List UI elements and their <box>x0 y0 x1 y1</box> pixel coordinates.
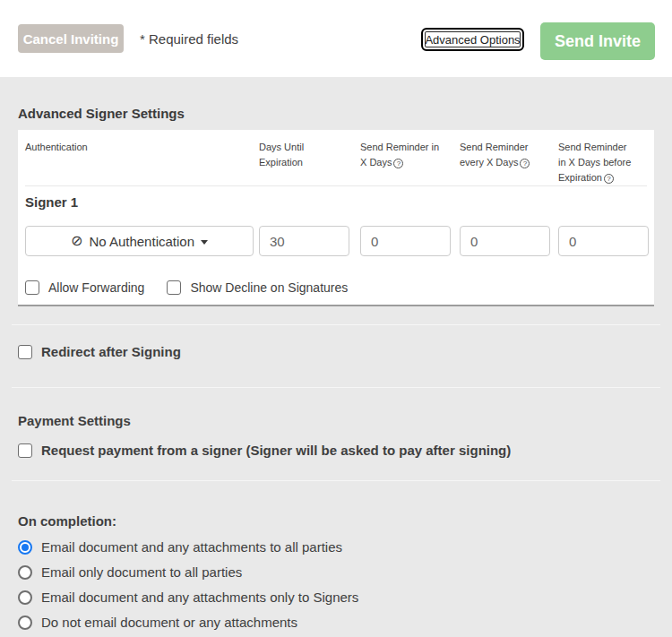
signer-1-options-row: Allow Forwarding Show Decline on Signatu… <box>25 280 647 295</box>
authentication-dropdown[interactable]: ⊘ No Authentication <box>25 226 254 256</box>
advanced-signer-settings-panel: Authentication Days Until Expiration Sen… <box>18 130 654 306</box>
chevron-down-icon <box>201 240 208 245</box>
advanced-signer-settings-title: Advanced Signer Settings <box>18 106 654 121</box>
column-header-days-until-expiration: Days Until Expiration <box>259 140 360 185</box>
radio-label: Email only document to all parties <box>41 564 242 580</box>
info-icon[interactable]: ? <box>604 174 614 184</box>
column-header-send-reminder-before-expiration: Send Reminder in X Days before Expiratio… <box>558 140 647 185</box>
radio-email-doc-attachments-all-parties[interactable] <box>18 540 32 555</box>
column-header-send-reminder-every-x-days: Send Reminder every X Days? <box>460 140 558 185</box>
completion-option-email-signers-only: Email document and any attachments only … <box>18 590 654 605</box>
completion-option-no-email: Do not email document or any attachments <box>18 615 654 630</box>
cancel-inviting-button[interactable]: Cancel Inviting <box>18 24 124 53</box>
show-decline-label: Show Decline on Signatures <box>190 280 348 295</box>
days-until-expiration-input[interactable] <box>259 226 349 256</box>
radio-email-doc-attachments-signers-only[interactable] <box>18 590 32 605</box>
info-icon[interactable]: ? <box>520 159 530 168</box>
radio-label: Email document and any attachments to al… <box>41 539 342 555</box>
show-decline-option: Show Decline on Signatures <box>167 280 348 295</box>
column-header-authentication: Authentication <box>25 140 259 185</box>
on-completion-title: On completion: <box>18 513 654 529</box>
section-divider <box>12 480 660 481</box>
completion-option-email-all: Email document and any attachments to al… <box>18 539 654 555</box>
send-reminder-every-x-days-input[interactable] <box>460 226 550 256</box>
completion-option-email-doc-only: Email only document to all parties <box>18 564 654 580</box>
allow-forwarding-option: Allow Forwarding <box>25 280 144 295</box>
request-payment-checkbox[interactable] <box>18 443 32 458</box>
radio-label: Do not email document or any attachments <box>41 615 297 630</box>
send-reminder-before-expiration-input[interactable] <box>558 226 649 256</box>
radio-label: Email document and any attachments only … <box>41 590 358 605</box>
toolbar: Cancel Inviting * Required fields Advanc… <box>0 0 672 77</box>
column-header-send-reminder-in-x-days: Send Reminder in X Days? <box>360 140 460 185</box>
radio-email-only-document-all-parties[interactable] <box>18 565 32 580</box>
request-payment-option: Request payment from a signer (Signer wi… <box>18 443 654 458</box>
no-authentication-icon: ⊘ <box>71 234 82 248</box>
signer-1-controls-row: ⊘ No Authentication <box>25 226 647 256</box>
info-icon[interactable]: ? <box>393 159 403 168</box>
redirect-after-signing-checkbox[interactable] <box>18 345 32 359</box>
on-completion-options: Email document and any attachments to al… <box>18 539 654 630</box>
section-divider <box>12 324 660 325</box>
payment-settings-title: Payment Settings <box>18 413 654 428</box>
authentication-dropdown-label: No Authentication <box>89 234 194 249</box>
advanced-options-button[interactable]: Advanced Options <box>421 28 524 51</box>
radio-do-not-email[interactable] <box>18 615 32 630</box>
request-payment-label: Request payment from a signer (Signer wi… <box>41 443 511 458</box>
show-decline-checkbox[interactable] <box>167 280 181 295</box>
redirect-after-signing-option: Redirect after Signing <box>18 344 654 359</box>
allow-forwarding-label: Allow Forwarding <box>48 280 144 295</box>
send-reminder-in-x-days-input[interactable] <box>360 226 451 256</box>
redirect-after-signing-label: Redirect after Signing <box>41 344 181 359</box>
required-fields-note: * Required fields <box>140 31 238 47</box>
send-invite-button[interactable]: Send Invite <box>540 22 655 60</box>
signer-1-label: Signer 1 <box>25 186 647 210</box>
allow-forwarding-checkbox[interactable] <box>25 280 39 295</box>
signer-settings-column-headers: Authentication Days Until Expiration Sen… <box>25 130 647 186</box>
section-divider <box>12 387 660 388</box>
